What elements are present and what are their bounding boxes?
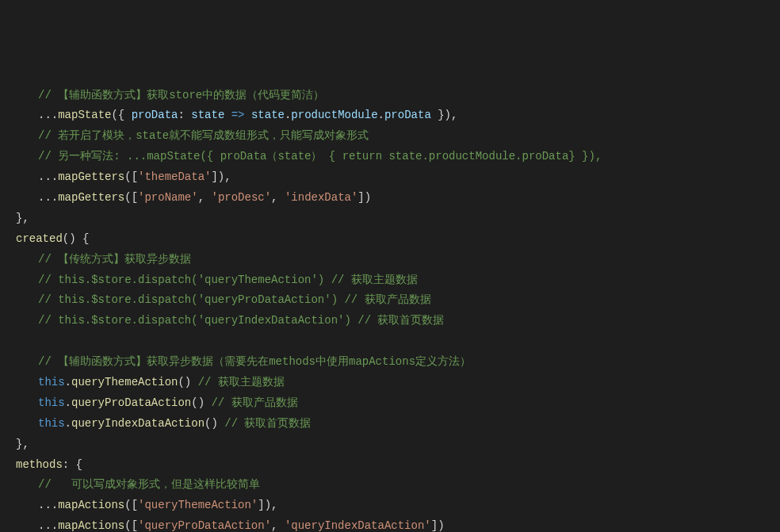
code-token-function: created [16, 232, 63, 245]
code-line[interactable]: ...mapGetters(['themeData']), [0, 167, 780, 188]
code-line[interactable]: ...mapActions(['queryProDataAction', 'qu… [0, 516, 780, 532]
code-token-punctuation: ]), [211, 170, 231, 183]
code-line[interactable]: }, [0, 209, 780, 229]
code-line[interactable]: ...mapGetters(['proName', 'proDesc', 'in… [0, 188, 780, 209]
code-line[interactable]: // 若开启了模块，state就不能写成数组形式，只能写成对象形式 [0, 126, 780, 147]
code-token-punctuation: ]) [358, 191, 371, 204]
code-token-comment: // 另一种写法: ...mapState({ proData（state） {… [38, 150, 602, 163]
code-token-comment: // 可以写成对象形式，但是这样比较简单 [38, 478, 260, 491]
code-line[interactable]: // 可以写成对象形式，但是这样比较简单 [0, 475, 780, 496]
code-editor-content[interactable]: // 【辅助函数方式】获取store中的数据（代码更简洁）...mapState… [0, 86, 780, 532]
code-token-variable: state [191, 109, 224, 121]
code-token-punctuation: ]), [258, 499, 277, 511]
code-token-comment: // 若开启了模块，state就不能写成数组形式，只能写成对象形式 [38, 129, 369, 142]
code-line[interactable]: // this.$store.dispatch('queryThemeActio… [0, 270, 780, 291]
code-token-string: 'proName' [138, 191, 198, 204]
code-token-variable: proData [132, 109, 178, 121]
code-token-comment: // 【辅助函数方式】获取异步数据（需要先在methods中使用mapActio… [38, 355, 471, 368]
code-token-punctuation: ... [38, 499, 58, 511]
code-token-string: 'indexData' [285, 191, 358, 204]
code-line[interactable]: // 【传统方式】获取异步数据 [0, 250, 780, 270]
code-token-comment: // 获取首页数据 [224, 417, 311, 430]
code-token-punctuation: , [271, 191, 285, 204]
code-line[interactable]: // 【辅助函数方式】获取异步数据（需要先在methods中使用mapActio… [0, 352, 780, 373]
code-token-this: this [38, 417, 65, 430]
code-token-keyword: => [231, 109, 245, 121]
code-line[interactable]: methods: { [0, 455, 780, 476]
code-token-function: mapState [58, 109, 111, 121]
code-token-punctuation: ]) [431, 519, 445, 532]
code-token-punctuation: ([ [124, 499, 138, 511]
code-line[interactable]: ...mapActions(['queryThemeAction']), [0, 496, 780, 516]
code-token-comment: // 获取主题数据 [198, 376, 285, 388]
code-line[interactable]: }, [0, 434, 780, 455]
code-token-variable: productModule [291, 109, 377, 121]
code-token-punctuation: . [65, 396, 71, 409]
code-token-function: methods [16, 458, 63, 471]
code-token-punctuation: () [205, 417, 224, 430]
code-token-punctuation: ([ [124, 519, 138, 532]
code-token-punctuation: : [178, 109, 191, 121]
code-token-function: queryIndexDataAction [71, 417, 205, 430]
code-line[interactable]: // 【辅助函数方式】获取store中的数据（代码更简洁） [0, 86, 780, 106]
code-token-comment: // 【传统方式】获取异步数据 [38, 253, 191, 266]
code-token-punctuation: }), [431, 109, 458, 121]
code-token-punctuation: . [378, 109, 384, 121]
code-token-punctuation: . [65, 376, 71, 388]
code-token-punctuation: ... [38, 519, 58, 532]
code-token-function: mapActions [58, 519, 124, 532]
code-token-function: queryProDataAction [71, 396, 191, 409]
code-token-punctuation: ... [38, 170, 58, 183]
code-token-function: mapActions [58, 499, 124, 511]
code-line[interactable] [0, 331, 780, 352]
code-token-variable: proData [384, 109, 431, 121]
code-token-punctuation: ([ [124, 191, 138, 204]
code-line[interactable]: this.queryProDataAction() // 获取产品数据 [0, 393, 780, 414]
code-line[interactable]: // this.$store.dispatch('queryProDataAct… [0, 290, 780, 311]
code-token-this: this [38, 396, 65, 409]
code-token-punctuation [245, 109, 251, 121]
code-token-function: queryThemeAction [71, 376, 178, 388]
code-token-punctuation: : { [63, 458, 82, 471]
code-token-comment: // this.$store.dispatch('queryThemeActio… [38, 274, 418, 286]
code-token-comment: // this.$store.dispatch('queryProDataAct… [38, 293, 431, 306]
code-token-punctuation: }, [16, 212, 29, 224]
code-token-punctuation: }, [16, 438, 29, 450]
code-token-string: 'queryThemeAction' [138, 499, 258, 511]
code-token-comment: // 【辅助函数方式】获取store中的数据（代码更简洁） [38, 89, 324, 101]
code-token-string: 'proDesc' [211, 191, 271, 204]
code-token-punctuation: ... [38, 191, 58, 204]
code-token-punctuation [224, 109, 231, 121]
code-token-punctuation: ... [38, 109, 58, 121]
code-line[interactable]: this.queryIndexDataAction() // 获取首页数据 [0, 414, 780, 434]
code-line[interactable]: this.queryThemeAction() // 获取主题数据 [0, 373, 780, 393]
code-line[interactable]: created() { [0, 229, 780, 250]
code-token-punctuation: , [198, 191, 212, 204]
code-token-comment: // 获取产品数据 [211, 396, 297, 409]
code-token-this: this [38, 376, 65, 388]
code-token-punctuation: () [178, 376, 197, 388]
code-token-string: 'queryProDataAction' [138, 519, 271, 532]
code-token-punctuation: ({ [111, 109, 131, 121]
code-token-punctuation: () [191, 396, 211, 409]
code-token-comment: // this.$store.dispatch('queryIndexDataA… [38, 314, 444, 327]
code-token-punctuation: . [65, 417, 71, 430]
code-token-function: mapGetters [58, 170, 124, 183]
code-line[interactable]: // this.$store.dispatch('queryIndexDataA… [0, 311, 780, 331]
code-token-function: mapGetters [58, 191, 124, 204]
code-token-punctuation: () { [63, 232, 90, 245]
code-token-punctuation: ([ [124, 170, 138, 183]
code-line[interactable]: ...mapState({ proData: state => state.pr… [0, 105, 780, 126]
code-token-string: 'themeData' [138, 170, 211, 183]
code-token-variable: state [251, 109, 285, 121]
code-line[interactable]: // 另一种写法: ...mapState({ proData（state） {… [0, 147, 780, 167]
code-token-string: 'queryIndexDataAction' [285, 519, 431, 532]
code-token-punctuation: , [271, 519, 285, 532]
